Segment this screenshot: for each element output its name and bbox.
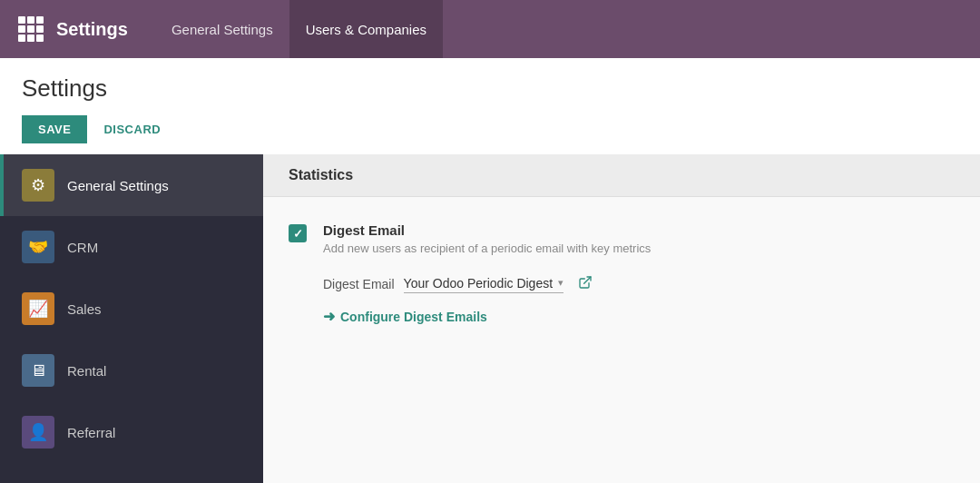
digest-email-checkbox-wrapper: [289, 224, 307, 242]
section-content: Digest Email Add new users as recipient …: [263, 197, 980, 350]
section-header-statistics: Statistics: [263, 154, 980, 197]
page-title: Settings: [22, 74, 958, 103]
page-header: Settings SAVE DISCARD: [0, 58, 980, 143]
configure-link-label: Configure Digest Emails: [340, 310, 487, 324]
digest-email-label: Digest Email: [323, 277, 395, 291]
external-link-icon[interactable]: [578, 275, 593, 293]
sidebar-label-crm: CRM: [67, 240, 98, 255]
page-content: Settings SAVE DISCARD ⚙ General Settings…: [0, 58, 980, 483]
sidebar-label-sales: Sales: [67, 301, 102, 317]
topbar: Settings General Settings Users & Compan…: [0, 0, 980, 58]
digest-email-title: Digest Email: [323, 222, 955, 238]
nav-general-settings[interactable]: General Settings: [155, 0, 289, 58]
dropdown-arrow-icon: ▾: [558, 277, 564, 289]
app-name: Settings: [56, 19, 128, 40]
save-button[interactable]: SAVE: [22, 115, 87, 143]
sidebar: ⚙ General Settings 🤝 CRM 📈 Sales 🖥: [0, 154, 263, 483]
grid-menu-icon[interactable]: [15, 13, 47, 45]
sidebar-label-referral: Referral: [67, 425, 115, 440]
sidebar-item-referral[interactable]: 👤 Referral: [0, 401, 263, 463]
arrow-right-icon: ➜: [323, 308, 335, 325]
sidebar-item-sales[interactable]: 📈 Sales: [0, 278, 263, 340]
digest-email-checkbox[interactable]: [289, 224, 307, 242]
sidebar-item-crm[interactable]: 🤝 CRM: [0, 216, 263, 278]
general-settings-icon: ⚙: [22, 169, 54, 202]
digest-email-setting: Digest Email Add new users as recipient …: [289, 222, 955, 255]
rental-icon: 🖥: [22, 354, 54, 387]
main-panel: Statistics Digest Email Add new users as…: [263, 154, 980, 483]
referral-icon: 👤: [22, 416, 54, 448]
digest-email-description: Add new users as recipient of a periodic…: [323, 242, 955, 255]
svg-line-0: [584, 277, 591, 283]
configure-digest-emails-link[interactable]: ➜ Configure Digest Emails: [323, 308, 955, 325]
digest-select-value: Your Odoo Periodic Digest: [404, 276, 553, 291]
sidebar-item-general-settings[interactable]: ⚙ General Settings: [0, 154, 263, 216]
nav-users-companies[interactable]: Users & Companies: [289, 0, 443, 58]
digest-email-select[interactable]: Your Odoo Periodic Digest ▾: [404, 276, 564, 293]
sidebar-label-general-settings: General Settings: [67, 178, 169, 193]
digest-email-text: Digest Email Add new users as recipient …: [323, 222, 955, 255]
main-layout: ⚙ General Settings 🤝 CRM 📈 Sales 🖥: [0, 154, 980, 483]
sidebar-label-rental: Rental: [67, 363, 106, 379]
digest-email-row: Digest Email Your Odoo Periodic Digest ▾: [323, 275, 955, 293]
sales-icon: 📈: [22, 292, 54, 325]
sidebar-item-rental[interactable]: 🖥 Rental: [0, 340, 263, 401]
action-buttons: SAVE DISCARD: [22, 115, 958, 143]
discard-button[interactable]: DISCARD: [87, 115, 177, 143]
crm-icon: 🤝: [22, 231, 54, 263]
